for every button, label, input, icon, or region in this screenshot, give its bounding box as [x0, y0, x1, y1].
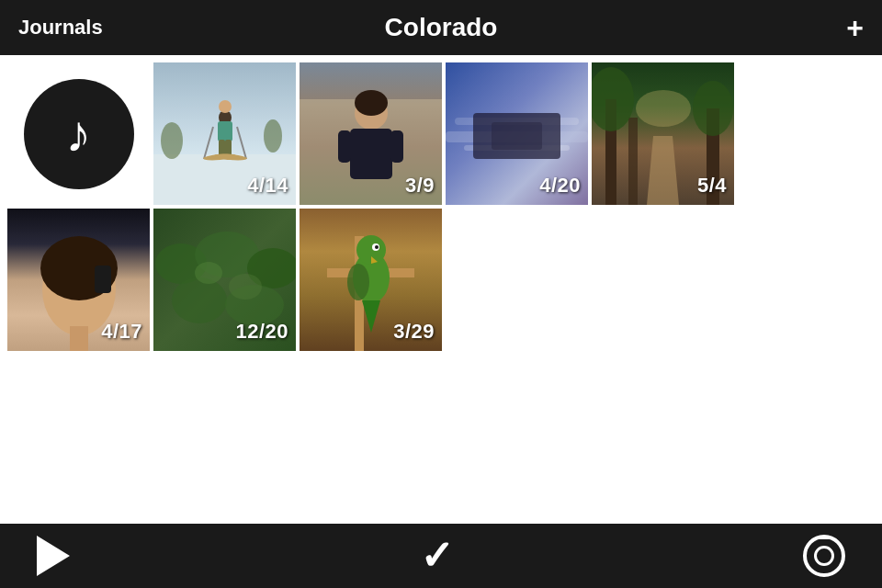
- svg-rect-19: [390, 130, 403, 163]
- add-button[interactable]: +: [846, 13, 864, 42]
- svg-rect-18: [338, 130, 351, 163]
- svg-point-43: [172, 277, 227, 323]
- music-icon: ♪: [24, 79, 134, 189]
- date-label: 5/4: [697, 174, 727, 198]
- svg-point-54: [375, 245, 379, 249]
- list-item[interactable]: 4/17: [7, 209, 150, 351]
- svg-point-2: [161, 122, 183, 159]
- svg-point-55: [347, 264, 369, 300]
- svg-rect-38: [70, 326, 88, 351]
- svg-point-3: [264, 119, 282, 153]
- svg-point-16: [355, 90, 388, 116]
- photo-grid: ♪: [0, 55, 882, 358]
- date-label: 3/29: [393, 320, 435, 344]
- date-label: 4/14: [247, 174, 288, 198]
- date-label: 12/20: [235, 320, 288, 344]
- svg-rect-25: [492, 122, 542, 150]
- list-item[interactable]: ♪: [7, 62, 150, 205]
- play-button[interactable]: [37, 536, 70, 576]
- svg-point-31: [693, 81, 733, 136]
- date-label: 4/17: [101, 320, 142, 344]
- list-item[interactable]: 4/20: [446, 62, 588, 205]
- svg-rect-17: [350, 129, 392, 179]
- svg-rect-6: [218, 121, 232, 141]
- list-item[interactable]: 12/20: [153, 209, 296, 351]
- list-item[interactable]: 5/4: [592, 62, 734, 205]
- play-icon: [37, 536, 70, 576]
- date-label: 4/20: [539, 174, 581, 198]
- page-title: Colorado: [385, 13, 498, 42]
- header: Journals Colorado +: [0, 0, 882, 55]
- check-icon: ✓: [420, 536, 454, 576]
- list-item[interactable]: 4/14: [153, 62, 296, 205]
- date-label: 3/9: [405, 174, 435, 198]
- svg-point-5: [219, 100, 232, 113]
- list-item[interactable]: 3/29: [300, 209, 442, 351]
- list-item[interactable]: 3/9: [300, 62, 442, 205]
- toolbar: ✓: [0, 524, 882, 588]
- svg-rect-7: [219, 140, 225, 156]
- svg-rect-37: [95, 266, 111, 293]
- camera-icon: [803, 535, 845, 577]
- svg-rect-8: [225, 140, 232, 156]
- journals-title[interactable]: Journals: [18, 16, 103, 40]
- camera-button[interactable]: [803, 535, 845, 577]
- svg-rect-29: [628, 118, 638, 205]
- check-button[interactable]: ✓: [420, 536, 454, 576]
- svg-point-33: [636, 90, 691, 127]
- svg-point-45: [195, 262, 222, 284]
- svg-point-46: [229, 274, 262, 300]
